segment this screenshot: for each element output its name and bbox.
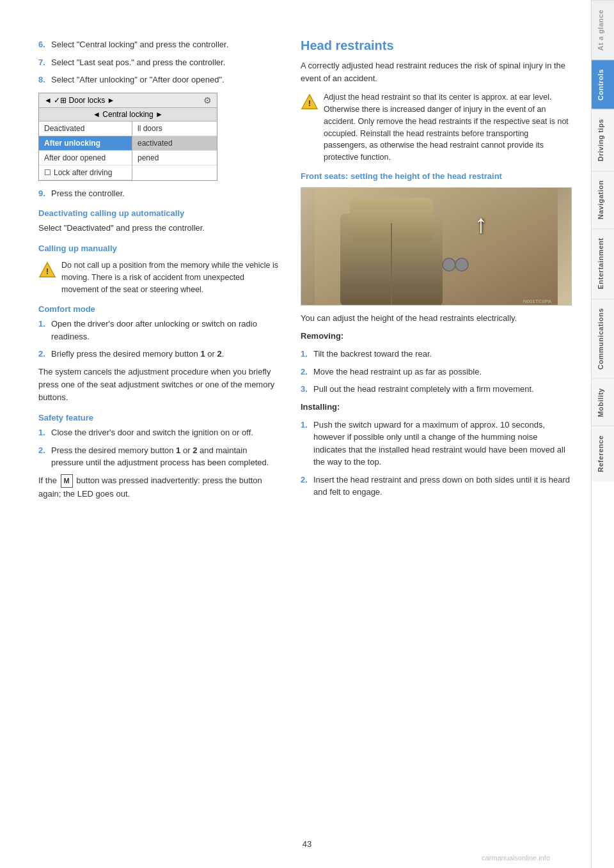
sidebar-tab-driving-tips[interactable]: Driving tips bbox=[592, 109, 614, 171]
sidebar-tab-entertainment[interactable]: Entertainment bbox=[592, 228, 614, 298]
door-locks-item-lock-after: ☐ Lock after driving bbox=[39, 166, 132, 180]
calling-up-warning: ! Do not call up a position from the mem… bbox=[38, 260, 281, 295]
safety-feature-heading: Safety feature bbox=[38, 413, 281, 422]
deactivating-heading: Deactivating calling up automatically bbox=[38, 208, 281, 218]
sidebar-tab-navigation[interactable]: Navigation bbox=[592, 171, 614, 228]
deactivating-body: Select "Deactivated" and press the contr… bbox=[38, 222, 281, 235]
svg-text:!: ! bbox=[46, 267, 49, 277]
page-number: 43 bbox=[303, 839, 311, 849]
deactivating-section: Deactivating calling up automatically Se… bbox=[38, 208, 281, 235]
svg-text:N001TC0PA: N001TC0PA bbox=[523, 298, 552, 304]
sidebar-tab-controls[interactable]: Controls bbox=[592, 59, 614, 109]
svg-text:!: ! bbox=[308, 99, 311, 109]
calling-up-manually-section: Calling up manually ! Do not call up a p… bbox=[38, 244, 281, 295]
door-locks-item-deactivated: Deactivated bbox=[39, 121, 132, 136]
sidebar: At a glance Controls Driving tips Naviga… bbox=[591, 0, 614, 868]
step-6: 6. Select "Central locking" and press th… bbox=[38, 38, 281, 51]
step-7: 7. Select "Last seat pos." and press the… bbox=[38, 56, 281, 69]
gear-icon: ⚙ bbox=[203, 95, 212, 105]
sidebar-tab-mobility[interactable]: Mobility bbox=[592, 378, 614, 426]
door-locks-item-after-door: After door opened bbox=[39, 151, 132, 166]
right-column: Head restraints A correctly adjusted hea… bbox=[301, 38, 572, 842]
door-locks-item-after-unlocking: After unlocking bbox=[39, 136, 132, 151]
head-restraints-warning-text: Adjust the head restraint so that its ce… bbox=[324, 91, 572, 164]
you-can-text: You can adjust the height of the head re… bbox=[301, 312, 572, 325]
memory-icon: M bbox=[61, 474, 73, 488]
steps-6-8: 6. Select "Central locking" and press th… bbox=[38, 38, 281, 86]
svg-point-9 bbox=[443, 258, 455, 271]
safety-feature-body: If the M button was pressed inadvertentl… bbox=[38, 474, 281, 500]
sidebar-tab-reference[interactable]: Reference bbox=[592, 426, 614, 481]
step-8: 8. Select "After unlocking" or "After do… bbox=[38, 74, 281, 86]
door-locks-left-panel: Deactivated After unlocking After door o… bbox=[39, 121, 132, 180]
head-restraints-intro: A correctly adjusted head restraint redu… bbox=[301, 59, 572, 85]
left-column: 6. Select "Central locking" and press th… bbox=[38, 38, 281, 842]
comfort-step-1: 1. Open the driver's door after unlockin… bbox=[38, 318, 281, 343]
watermark: carmanualsonline.info bbox=[482, 854, 550, 862]
comfort-step-2: 2. Briefly press the desired memory butt… bbox=[38, 348, 281, 360]
door-locks-right-item-1: ll doors bbox=[132, 121, 217, 136]
head-restraints-warning: ! Adjust the head restraint so that its … bbox=[301, 91, 572, 164]
main-content: 6. Select "Central locking" and press th… bbox=[0, 0, 591, 868]
safety-step-1: 1. Close the driver's door and switch th… bbox=[38, 426, 281, 439]
calling-up-warning-text: Do not call up a position from the memor… bbox=[61, 260, 281, 295]
warning-triangle-icon-2: ! bbox=[301, 93, 319, 111]
door-locks-right-item-3: pened bbox=[132, 151, 217, 166]
step-9: 9. Press the controller. bbox=[38, 187, 281, 200]
door-locks-right-item-2: eactivated bbox=[132, 136, 217, 151]
head-restraint-svg: ↑ N001TC0PA bbox=[301, 188, 571, 306]
door-locks-ui: ◄ ✓⊞ Door locks ► ⚙ ◄ Central locking ► … bbox=[38, 93, 217, 181]
removing-step-3: 3. Pull out the head restraint completel… bbox=[301, 383, 572, 396]
page-container: 6. Select "Central locking" and press th… bbox=[0, 0, 614, 868]
installing-step-2: 2. Insert the head restraint and press d… bbox=[301, 474, 572, 499]
head-restraints-heading: Head restraints bbox=[301, 38, 572, 53]
comfort-mode-section: Comfort mode 1. Open the driver's door a… bbox=[38, 304, 281, 404]
svg-text:↑: ↑ bbox=[475, 210, 487, 238]
removing-step-1: 1. Tilt the backrest toward the rear. bbox=[301, 348, 572, 360]
comfort-mode-body: The system cancels the adjustment proced… bbox=[38, 366, 281, 404]
svg-point-10 bbox=[455, 258, 468, 271]
installing-heading: Installing: bbox=[301, 401, 572, 414]
removing-step-2: 2. Move the head restraint up as far as … bbox=[301, 366, 572, 378]
removing-heading: Removing: bbox=[301, 330, 572, 343]
sidebar-tab-communications[interactable]: Communications bbox=[592, 298, 614, 378]
warning-triangle-icon: ! bbox=[38, 261, 56, 279]
head-restraint-image-inner: ↑ N001TC0PA bbox=[301, 188, 571, 305]
comfort-mode-heading: Comfort mode bbox=[38, 304, 281, 314]
checkbox-icon: ☐ bbox=[44, 168, 51, 177]
safety-feature-section: Safety feature 1. Close the driver's doo… bbox=[38, 413, 281, 500]
sidebar-tab-at-a-glance[interactable]: At a glance bbox=[592, 0, 614, 59]
door-locks-body: Deactivated After unlocking After door o… bbox=[39, 121, 217, 180]
safety-step-2: 2. Press the desired memory button 1 or … bbox=[38, 444, 281, 469]
door-locks-header: ◄ ✓⊞ Door locks ► ⚙ bbox=[39, 93, 217, 108]
calling-up-heading: Calling up manually bbox=[38, 244, 281, 253]
door-locks-right-panel: ll doors eactivated pened bbox=[132, 121, 217, 180]
door-locks-sub-header: ◄ Central locking ► bbox=[39, 108, 217, 121]
installing-step-1: 1. Push the switch upward for a maximum … bbox=[301, 419, 572, 469]
front-seats-heading: Front seats: setting the height of the h… bbox=[301, 171, 572, 181]
head-restraint-image: ↑ N001TC0PA bbox=[301, 187, 572, 306]
